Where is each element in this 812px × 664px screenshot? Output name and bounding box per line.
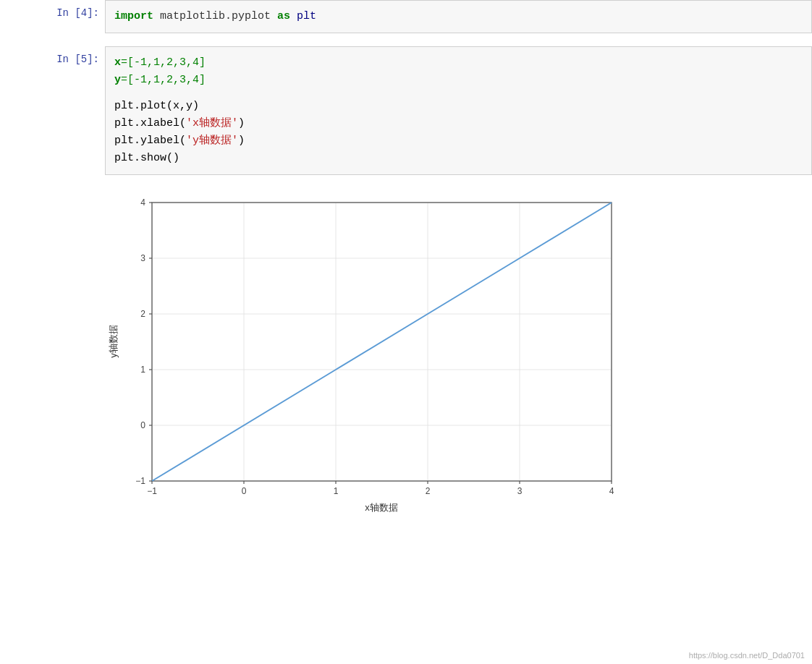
chart-output: 4 3 2 1 0 −1 −1 0 1 [105,181,640,521]
cell-2-prompt: In [5]: [0,46,105,72]
code-line-4: plt.xlabel('x轴数据') [114,115,803,132]
ytick-label-3: 3 [140,253,145,263]
spacer-1 [0,33,812,46]
notebook: In [4]: import matplotlib.pyplot as plt … [0,0,812,664]
cell-2: In [5]: x=[-1,1,2,3,4] y=[-1,1,2,3,4] pl… [0,46,812,175]
xtick-label-0: 0 [242,486,247,496]
ytick-label-2: 2 [140,309,145,319]
var-x: x [114,56,121,69]
code-line-6: plt.show() [114,150,803,167]
ylabel-str: 'y轴数据' [186,135,238,147]
code-blank [114,89,803,98]
xtick-label-3: 3 [517,486,523,496]
code-line-2: y=[-1,1,2,3,4] [114,72,803,89]
keyword-import: import [114,10,153,22]
plt-ylabel-close: ) [238,135,245,147]
cell-1-content[interactable]: import matplotlib.pyplot as plt [105,0,812,33]
code-plt: plt [290,10,316,22]
plt-plot: plt.plot(x,y) [114,100,199,112]
code-line-5: plt.ylabel('y轴数据') [114,132,803,150]
xtick-label-2: 2 [426,486,431,496]
plt-ylabel-fn: plt.ylabel( [114,135,186,147]
code-line-3: plt.plot(x,y) [114,98,803,115]
plt-show: plt.show() [114,152,179,164]
cell-1: In [4]: import matplotlib.pyplot as plt [0,0,812,33]
keyword-as: as [277,10,290,22]
ytick-label-4: 4 [140,197,145,208]
ytick-label-neg1: −1 [135,476,145,486]
plt-xlabel-close: ) [238,117,245,129]
cell-2-content[interactable]: x=[-1,1,2,3,4] y=[-1,1,2,3,4] plt.plot(x… [105,46,812,175]
x-value: =[-1,1,2,3,4] [121,56,206,69]
chart-svg: 4 3 2 1 0 −1 −1 0 1 [105,181,640,521]
ytick-label-0: 0 [140,420,145,430]
code-line-1: x=[-1,1,2,3,4] [114,54,803,72]
xtick-label-neg1: −1 [147,486,157,496]
y-value: =[-1,1,2,3,4] [121,74,206,86]
plt-xlabel-fn: plt.xlabel( [114,117,186,129]
xtick-label-4: 4 [609,486,614,496]
x-axis-label: x轴数据 [365,502,398,513]
watermark: https://blog.csdn.net/D_Dda0701 [689,651,805,660]
var-y: y [114,74,121,86]
code-text: matplotlib.pyplot [153,10,277,22]
xtick-label-1: 1 [334,486,339,496]
y-axis-label: y轴数据 [108,325,119,358]
xlabel-str: 'x轴数据' [186,117,238,129]
cell-1-prompt: In [4]: [0,0,105,26]
ytick-label-1: 1 [140,365,145,375]
